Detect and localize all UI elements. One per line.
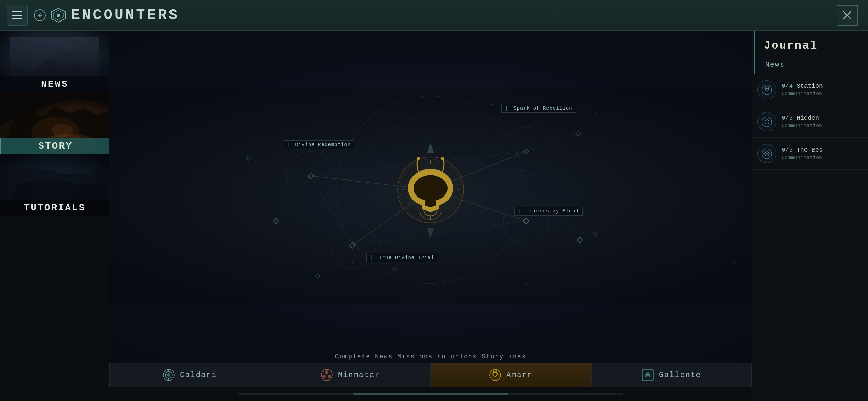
journal-header: Journal: [754, 31, 868, 57]
journal-hidden-title: 0/3 Hidden: [782, 115, 863, 122]
journal-news-label: News: [754, 57, 868, 74]
journal-item-station[interactable]: 0/4 Station Communication: [752, 74, 868, 106]
journal-item-best[interactable]: 0/3 The Bes Communication: [752, 138, 868, 170]
svg-point-81: [577, 238, 582, 243]
journal-hidden-text: 0/3 Hidden Communication: [782, 115, 863, 129]
svg-point-33: [682, 245, 683, 246]
sidebar-item-story[interactable]: Story: [0, 92, 109, 154]
close-button[interactable]: [837, 5, 858, 26]
caldari-icon: [162, 369, 175, 381]
journal-hidden-icon: [757, 112, 776, 131]
journal-best-text: 0/3 The Bes Communication: [782, 147, 863, 161]
svg-point-12: [76, 37, 77, 38]
gallente-icon: [642, 369, 654, 381]
sidebar-news-label: News: [0, 76, 109, 92]
sidebar-item-tutorials[interactable]: Tutorials: [0, 154, 109, 216]
svg-point-3: [57, 14, 60, 17]
journal-station-title: 0/4 Station: [782, 83, 863, 90]
svg-point-106: [766, 153, 768, 155]
sidebar-item-news[interactable]: News: [0, 31, 109, 92]
svg-point-26: [213, 116, 214, 117]
left-sidebar: News: [0, 31, 109, 401]
hamburger-button[interactable]: [7, 5, 28, 26]
svg-point-22: [69, 168, 70, 169]
back-icon[interactable]: [33, 8, 47, 22]
right-panel: Journal News 0/4 Station Communication: [752, 31, 868, 401]
svg-point-25: [144, 106, 144, 107]
journal-best-icon: [757, 144, 776, 163]
svg-point-29: [491, 104, 492, 105]
header: ENCOUNTERS: [0, 0, 868, 31]
svg-point-8: [49, 51, 90, 79]
svg-point-80: [274, 219, 278, 224]
svg-point-92: [328, 375, 331, 378]
svg-point-90: [325, 370, 328, 374]
encounters-logo-icon: [50, 7, 67, 24]
svg-point-91: [322, 375, 326, 378]
minmatar-icon: [320, 369, 333, 381]
journal-station-icon: [757, 80, 776, 99]
mission-map: Divine Redemption Spark of Rebellion Fri…: [109, 31, 752, 363]
svg-point-27: [283, 99, 283, 100]
sidebar-tutorials-label: Tutorials: [0, 200, 109, 216]
svg-point-68: [417, 157, 420, 160]
caldari-label: Caldari: [180, 371, 217, 379]
faction-gallente-button[interactable]: Gallente: [591, 363, 752, 387]
scrollbar-thumb[interactable]: [353, 393, 508, 395]
main-content: Divine Redemption Spark of Rebellion Fri…: [109, 31, 752, 387]
sidebar-story-label: Story: [0, 138, 109, 154]
svg-point-36: [352, 262, 353, 263]
journal-hidden-subtitle: Communication: [782, 123, 863, 129]
amarr-icon: [489, 369, 501, 381]
svg-point-30: [595, 113, 596, 114]
svg-point-34: [126, 280, 127, 281]
svg-point-99: [765, 120, 769, 124]
journal-station-subtitle: Communication: [782, 91, 863, 97]
scrollbar-track: [238, 393, 623, 395]
svg-point-35: [734, 262, 735, 263]
faction-minmatar-button[interactable]: Minmatar: [270, 363, 431, 387]
journal-best-subtitle: Communication: [782, 155, 863, 161]
completion-text: Complete News Missions to unlock Storyli…: [335, 353, 526, 360]
scrollbar[interactable]: [109, 387, 752, 401]
gallente-label: Gallente: [659, 371, 701, 379]
journal-best-title: 0/3 The Bes: [782, 147, 863, 153]
faction-bar: Caldari Minmatar: [109, 363, 752, 387]
journal-item-hidden[interactable]: 0/3 Hidden Communication: [752, 106, 868, 138]
minmatar-label: Minmatar: [338, 371, 380, 379]
svg-point-10: [97, 48, 98, 49]
svg-point-37: [526, 283, 527, 284]
svg-point-97: [766, 88, 768, 89]
svg-point-7: [14, 41, 69, 76]
faction-amarr-button[interactable]: Amarr: [431, 363, 591, 387]
amarr-label: Amarr: [506, 371, 533, 379]
svg-point-9: [17, 41, 18, 41]
svg-point-31: [699, 101, 700, 102]
page-title: ENCOUNTERS: [71, 7, 180, 24]
svg-point-69: [441, 157, 444, 160]
svg-point-84: [167, 373, 170, 377]
svg-point-28: [387, 110, 387, 110]
svg-point-32: [161, 228, 162, 228]
journal-station-text: 0/4 Station Communication: [782, 83, 863, 97]
faction-caldari-button[interactable]: Caldari: [109, 363, 270, 387]
